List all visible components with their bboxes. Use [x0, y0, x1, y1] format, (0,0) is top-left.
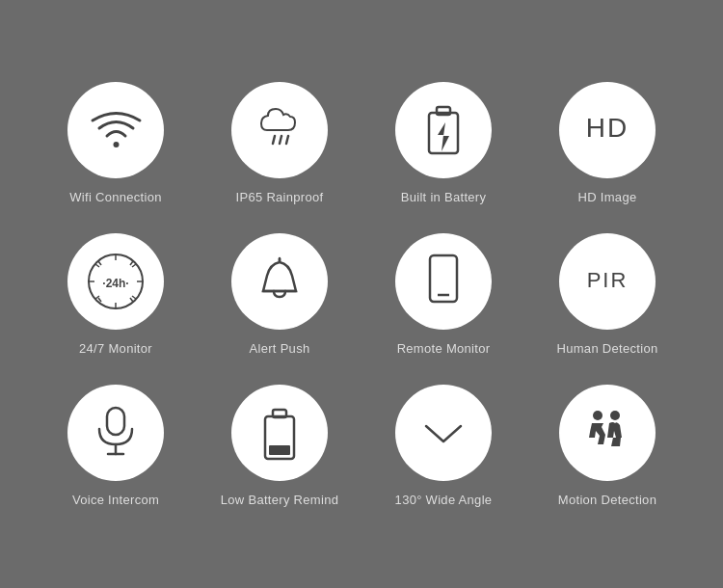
svg-line-13	[98, 261, 101, 265]
wide-angle-circle	[395, 385, 492, 481]
mic-icon	[92, 404, 140, 462]
svg-text:HD: HD	[586, 113, 629, 143]
bell-icon	[255, 254, 304, 307]
pir-icon: PIR	[578, 262, 636, 301]
svg-rect-31	[273, 410, 286, 417]
svg-line-1	[273, 136, 275, 144]
people-icon	[578, 404, 636, 462]
motion-detection-circle	[559, 385, 656, 481]
angle-icon	[415, 409, 472, 457]
feature-motion-detection: Motion Detection	[530, 385, 684, 507]
feature-wifi-connection: Wifi Connection	[39, 82, 193, 204]
feature-built-in-battery: Built in Battery	[366, 82, 521, 204]
feature-ip65-rainproof: IP65 Rainproof	[202, 82, 357, 204]
svg-text:PIR: PIR	[587, 267, 629, 291]
built-in-battery-label: Built in Battery	[401, 190, 487, 204]
low-battery-remind-circle	[231, 385, 328, 481]
voice-intercom-label: Voice Intercom	[72, 493, 159, 507]
features-grid: Wifi Connection IP65 Rainproof	[0, 63, 723, 526]
svg-line-15	[130, 261, 133, 265]
battery-low-icon	[260, 404, 299, 462]
svg-marker-6	[438, 122, 449, 151]
ip65-rainproof-circle	[231, 82, 328, 178]
remote-monitor-circle	[395, 233, 492, 330]
svg-rect-5	[437, 107, 450, 115]
svg-line-2	[280, 136, 281, 144]
alert-push-label: Alert Push	[250, 341, 310, 356]
wifi-connection-label: Wifi Connection	[69, 190, 162, 204]
svg-rect-27	[107, 408, 124, 435]
wide-angle-label: 130° Wide Angle	[395, 493, 493, 507]
built-in-battery-circle	[395, 82, 492, 178]
wifi-icon	[90, 108, 143, 151]
247-monitor-circle: ·24h·	[67, 233, 164, 330]
ip65-rainproof-label: IP65 Rainproof	[236, 190, 324, 204]
motion-detection-label: Motion Detection	[558, 493, 656, 507]
svg-line-14	[130, 298, 133, 302]
feature-human-detection: PIR Human Detection	[530, 233, 684, 356]
hd-icon: HD	[578, 111, 636, 149]
feature-remote-monitor: Remote Monitor	[366, 233, 521, 356]
feature-voice-intercom: Voice Intercom	[39, 385, 193, 507]
alert-push-circle	[231, 233, 328, 330]
svg-point-34	[610, 411, 620, 420]
battery-bolt-icon	[424, 103, 463, 156]
svg-rect-32	[269, 445, 290, 455]
voice-intercom-circle	[67, 385, 164, 481]
low-battery-remind-label: Low Battery Remind	[221, 493, 338, 507]
hd-image-label: HD Image	[578, 190, 637, 204]
feature-247-monitor: ·24h· 24/7 Monitor	[39, 233, 193, 356]
human-detection-circle: PIR	[559, 233, 656, 330]
svg-line-17	[95, 264, 99, 267]
svg-line-3	[286, 136, 288, 144]
phone-icon	[424, 253, 463, 310]
remote-monitor-label: Remote Monitor	[397, 341, 491, 356]
svg-point-33	[593, 411, 602, 420]
feature-alert-push: Alert Push	[202, 233, 357, 356]
svg-line-18	[132, 296, 136, 299]
svg-line-19	[132, 264, 136, 267]
svg-point-0	[113, 142, 119, 147]
feature-wide-angle: 130° Wide Angle	[366, 385, 521, 507]
feature-low-battery-remind: Low Battery Remind	[202, 385, 357, 507]
24h-icon: ·24h·	[82, 248, 149, 315]
wifi-connection-circle	[67, 82, 164, 178]
feature-hd-image: HD HD Image	[530, 82, 684, 204]
247-monitor-label: 24/7 Monitor	[79, 341, 152, 356]
hd-image-circle: HD	[559, 82, 656, 178]
svg-text:·24h·: ·24h·	[102, 277, 128, 290]
svg-line-16	[98, 298, 101, 302]
cloud-rain-icon	[254, 103, 307, 156]
human-detection-label: Human Detection	[557, 341, 658, 356]
